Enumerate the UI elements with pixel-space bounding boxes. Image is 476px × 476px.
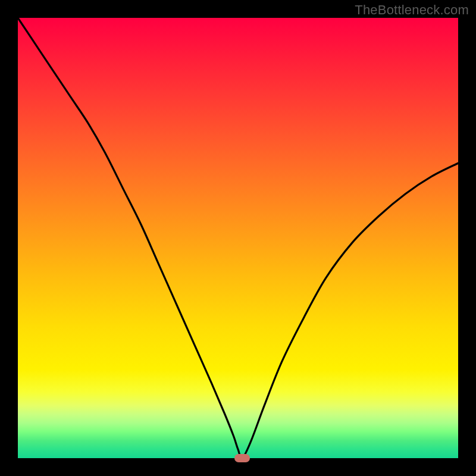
bottleneck-curve (18, 18, 458, 458)
curve-path (18, 18, 458, 458)
plot-area (18, 18, 458, 458)
chart-frame: TheBottleneck.com (0, 0, 476, 476)
minimum-marker (234, 454, 250, 462)
watermark-text: TheBottleneck.com (355, 2, 469, 18)
